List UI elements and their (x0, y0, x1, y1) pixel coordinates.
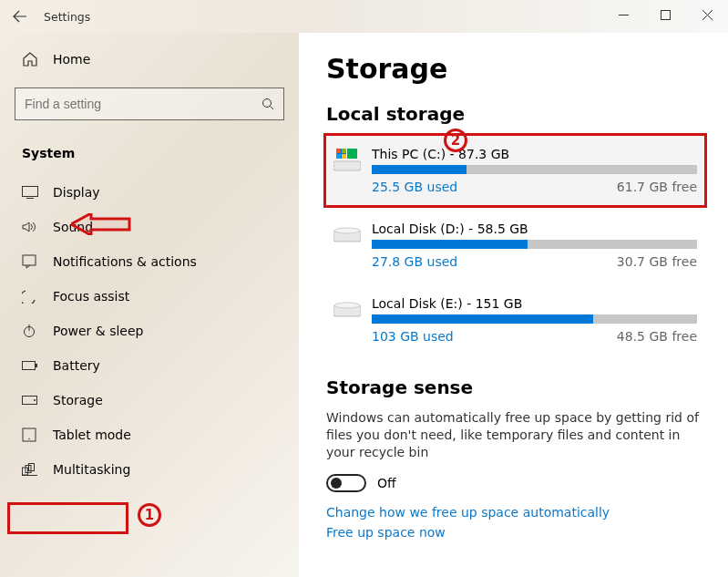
sidebar-item-sound[interactable]: Sound (15, 210, 284, 244)
back-button[interactable] (13, 10, 35, 23)
drive-used: 103 GB used (372, 329, 454, 344)
svg-rect-18 (336, 149, 341, 153)
annotation-marker-2: 2 (444, 129, 467, 152)
svg-rect-21 (342, 154, 346, 159)
drive-used: 27.8 GB used (372, 254, 457, 269)
local-storage-header: Local storage (326, 103, 704, 125)
sidebar-home-label: Home (53, 52, 90, 67)
drive-used: 25.5 GB used (372, 180, 457, 194)
drive-c[interactable]: This PC (C:) - 87.3 GB 25.5 GB used 61.7… (326, 136, 704, 205)
drive-free: 61.7 GB free (617, 180, 697, 194)
drive-d[interactable]: Local Disk (D:) - 58.5 GB 27.8 GB used 3… (326, 211, 704, 280)
sidebar-item-battery[interactable]: Battery (15, 348, 284, 383)
svg-point-23 (334, 228, 360, 233)
sidebar-nav: Display Sound Notifications & actions Fo… (15, 175, 284, 487)
sidebar-item-storage[interactable]: Storage (15, 383, 284, 417)
sidebar-item-power-sleep[interactable]: Power & sleep (15, 314, 284, 348)
svg-point-1 (263, 99, 272, 108)
svg-point-8 (34, 399, 36, 401)
storage-sense-toggle-label: Off (377, 476, 396, 490)
window-minimize-button[interactable] (602, 0, 644, 29)
link-change-free-up[interactable]: Change how we free up space automaticall… (326, 505, 704, 520)
window-close-button[interactable] (686, 0, 728, 29)
multitasking-icon (22, 463, 42, 476)
storage-sense-toggle-row: Off (326, 474, 704, 492)
storage-sense-description: Windows can automatically free up space … (326, 409, 704, 461)
home-icon (22, 51, 42, 67)
annotation-box-storage (7, 502, 128, 534)
annotation-marker-1: 1 (138, 503, 161, 527)
drive-usage-bar (372, 314, 697, 324)
svg-rect-3 (23, 255, 36, 265)
sidebar: Home System Display Sound Notifications … (0, 33, 299, 577)
search-icon (261, 98, 274, 110)
svg-rect-5 (23, 362, 36, 370)
sidebar-item-label: Focus assist (53, 289, 129, 304)
focus-assist-icon (22, 289, 42, 304)
window-maximize-button[interactable] (644, 0, 686, 29)
storage-sense-header: Storage sense (326, 376, 704, 398)
sidebar-group-header: System (15, 139, 284, 168)
svg-rect-20 (336, 154, 341, 159)
sidebar-item-notifications[interactable]: Notifications & actions (15, 244, 284, 279)
svg-point-10 (28, 438, 30, 440)
notifications-icon (22, 254, 42, 269)
power-sleep-icon (22, 324, 42, 338)
svg-point-25 (334, 303, 360, 308)
sidebar-item-label: Power & sleep (53, 324, 143, 338)
tablet-mode-icon (22, 428, 42, 442)
sidebar-item-display[interactable]: Display (15, 175, 284, 210)
drive-list: This PC (C:) - 87.3 GB 25.5 GB used 61.7… (326, 136, 704, 355)
drive-name: This PC (C:) - 87.3 GB (372, 147, 697, 161)
drive-d-icon (333, 223, 361, 247)
back-arrow-icon (13, 10, 27, 23)
sidebar-item-label: Sound (53, 220, 93, 234)
sidebar-item-label: Battery (53, 358, 100, 373)
sidebar-item-label: Tablet mode (53, 428, 131, 442)
display-icon (22, 186, 42, 199)
link-free-up-now[interactable]: Free up space now (326, 525, 704, 540)
sidebar-item-label: Notifications & actions (53, 254, 197, 269)
sidebar-item-label: Display (53, 185, 100, 200)
main-content: Storage Local storage (299, 33, 728, 577)
sidebar-item-focus-assist[interactable]: Focus assist (15, 279, 284, 314)
drive-free: 30.7 GB free (617, 254, 697, 269)
svg-rect-16 (347, 149, 357, 159)
battery-icon (22, 360, 42, 371)
storage-icon (22, 395, 42, 406)
svg-rect-19 (342, 149, 346, 153)
svg-rect-14 (333, 161, 361, 170)
sidebar-item-label: Storage (53, 393, 103, 407)
drive-usage-bar (372, 240, 697, 249)
svg-rect-2 (23, 187, 38, 197)
search-settings-box[interactable] (15, 88, 284, 120)
drive-e-icon (333, 298, 361, 322)
drive-c-icon (333, 149, 361, 172)
drive-e[interactable]: Local Disk (E:) - 151 GB 103 GB used 48.… (326, 285, 704, 355)
window-title: Settings (44, 10, 90, 24)
sidebar-item-tablet-mode[interactable]: Tablet mode (15, 417, 284, 452)
sidebar-item-multitasking[interactable]: Multitasking (15, 452, 284, 487)
drive-name: Local Disk (E:) - 151 GB (372, 296, 697, 311)
page-title: Storage (326, 53, 704, 85)
sidebar-item-label: Multitasking (53, 462, 130, 477)
storage-sense-toggle[interactable] (326, 474, 366, 492)
window-titlebar: Settings (0, 0, 728, 33)
svg-rect-0 (661, 10, 670, 19)
drive-name: Local Disk (D:) - 58.5 GB (372, 222, 697, 236)
sidebar-home[interactable]: Home (15, 44, 284, 75)
sound-icon (22, 221, 42, 233)
drive-usage-bar (372, 165, 697, 174)
svg-rect-6 (36, 364, 37, 367)
search-input[interactable] (25, 97, 261, 111)
drive-free: 48.5 GB free (617, 329, 697, 344)
